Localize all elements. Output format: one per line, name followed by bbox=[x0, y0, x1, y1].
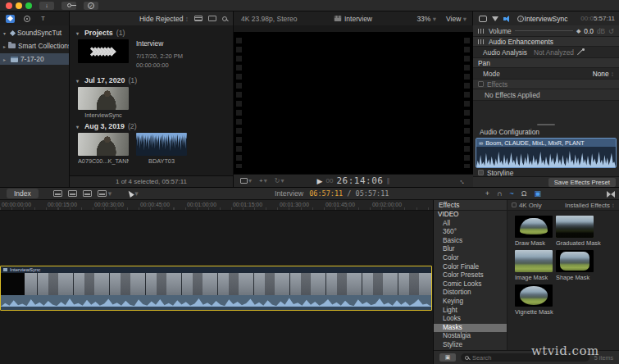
timeline-ruler[interactable]: 00:00:00:00 00:00:15:00 00:00:30:00 00:0… bbox=[0, 200, 433, 211]
4k-only-checkbox[interactable] bbox=[512, 202, 517, 207]
sidebar-item-event[interactable]: ▸ 7-17-20 bbox=[0, 53, 69, 65]
audio-inspector-icon[interactable] bbox=[503, 15, 512, 22]
timeline-clip-selected[interactable]: InterviewSync bbox=[0, 266, 432, 311]
effect-graduated-mask[interactable]: Graduated Mask bbox=[556, 216, 594, 247]
effects-toggle-button[interactable]: ▣ bbox=[439, 353, 456, 362]
clip-thumbnail-tannr[interactable] bbox=[78, 133, 129, 156]
category-light[interactable]: Light bbox=[434, 307, 507, 316]
4k-only-toggle[interactable]: 4K Only bbox=[512, 202, 542, 209]
reset-icon[interactable]: ↺ bbox=[608, 27, 614, 35]
disclosure-icon[interactable]: ▸ bbox=[3, 43, 6, 49]
effect-shape-mask[interactable]: Shape Mask bbox=[556, 250, 594, 281]
effect-image-mask[interactable]: Image Mask bbox=[515, 250, 553, 281]
filter-dropdown[interactable]: Hide Rejected ↕ bbox=[139, 15, 189, 23]
category-color-finale[interactable]: Color Finale bbox=[434, 263, 507, 272]
pan-mode-dropdown[interactable]: None ↕ bbox=[593, 70, 614, 78]
disclosure-icon[interactable]: ▾ bbox=[3, 30, 8, 36]
category-masks[interactable]: Masks bbox=[434, 324, 507, 333]
viewer-view-dropdown[interactable]: View ▾ bbox=[446, 15, 467, 23]
snapping-icon[interactable]: Ω bbox=[521, 189, 527, 198]
solo-headphones-icon[interactable]: ∩ bbox=[497, 189, 502, 198]
magic-wand-icon[interactable] bbox=[577, 48, 585, 56]
transform-tools-button[interactable]: +▾ bbox=[259, 177, 267, 184]
category-distortion[interactable]: Distortion bbox=[434, 289, 507, 298]
append-edit-icon[interactable] bbox=[83, 190, 92, 197]
timeline-area[interactable]: InterviewSync bbox=[0, 211, 433, 364]
sidebar-item-library[interactable]: ▾ SoundSyncTut bbox=[0, 27, 69, 39]
photos-audio-tab[interactable] bbox=[22, 15, 31, 23]
pan-header[interactable]: Pan bbox=[473, 58, 619, 68]
info-inspector-icon[interactable] bbox=[517, 16, 524, 22]
fullscreen-icon[interactable]: ↔ bbox=[457, 175, 468, 186]
video-inspector-icon[interactable] bbox=[479, 16, 487, 22]
aug-section-header[interactable]: ▾ Aug 3, 2019 (2) bbox=[70, 122, 233, 130]
panel-drag-handle[interactable] bbox=[537, 124, 555, 125]
index-button[interactable]: Index bbox=[7, 189, 39, 198]
category-keying[interactable]: Keying bbox=[434, 298, 507, 307]
libraries-tab[interactable] bbox=[6, 15, 15, 23]
timeline-project-name[interactable]: Interview bbox=[275, 189, 303, 198]
audio-component-block[interactable]: ∞ Boom, CLAUDE, MixL, MixR, PLANT bbox=[476, 138, 617, 168]
volume-value[interactable]: 0.0 bbox=[584, 27, 594, 35]
audio-enhancements-header[interactable]: Audio Enhancements bbox=[473, 37, 619, 47]
category-looks[interactable]: Looks bbox=[434, 315, 507, 324]
clip-appearance-icon[interactable] bbox=[208, 16, 216, 21]
disclosure-icon[interactable]: ▸ bbox=[3, 57, 8, 62]
close-window-button[interactable] bbox=[6, 2, 12, 9]
audio-skimming-icon[interactable]: ~ bbox=[509, 189, 513, 198]
category-360[interactable]: 360° bbox=[434, 228, 507, 237]
stepper-icon: ↕ bbox=[185, 15, 189, 23]
installed-effects-dropdown[interactable]: Installed Effects ↕ bbox=[565, 202, 615, 209]
viewer-zoom-dropdown[interactable]: 33% ▾ bbox=[416, 15, 436, 23]
category-blur[interactable]: Blur bbox=[434, 245, 507, 254]
filmstrip-view-icon[interactable] bbox=[194, 16, 203, 21]
transitions-browser-icon[interactable] bbox=[607, 191, 615, 198]
connect-edit-icon[interactable] bbox=[53, 190, 62, 197]
category-color[interactable]: Color bbox=[434, 254, 507, 263]
category-comic-looks[interactable]: Comic Looks bbox=[434, 280, 507, 289]
search-icon[interactable] bbox=[222, 16, 227, 21]
project-name[interactable]: Interview bbox=[136, 39, 183, 48]
save-effects-preset-button[interactable]: Save Effects Preset bbox=[548, 178, 616, 187]
analysis-value: Not Analyzed bbox=[534, 48, 574, 57]
zoom-window-button[interactable] bbox=[25, 2, 32, 9]
timeline-total-time: 05:57:11 bbox=[356, 189, 389, 198]
effects-browser-icon[interactable]: ▣ bbox=[534, 189, 541, 198]
volume-slider[interactable] bbox=[515, 30, 573, 31]
insert-edit-icon[interactable] bbox=[68, 190, 77, 197]
effect-vignette-mask[interactable]: Vignette Mask bbox=[515, 284, 553, 316]
jul-section-header[interactable]: ▾ Jul 17, 2020 (1) bbox=[70, 76, 233, 84]
category-stylize[interactable]: Stylize bbox=[434, 341, 507, 350]
category-basics[interactable]: Basics bbox=[434, 237, 507, 246]
import-media-button[interactable]: ↓ bbox=[39, 2, 54, 10]
category-all[interactable]: All bbox=[434, 220, 507, 229]
category-nostalgia[interactable]: Nostalgia bbox=[434, 332, 507, 341]
color-inspector-icon[interactable] bbox=[492, 16, 498, 21]
clapper-icon bbox=[334, 16, 341, 21]
category-color-presets[interactable]: Color Presets bbox=[434, 271, 507, 280]
clip-thumbnail-interviewsync[interactable] bbox=[78, 87, 129, 110]
precision-editor-icon[interactable]: + bbox=[485, 189, 489, 198]
effect-draw-mask[interactable]: Draw Mask bbox=[515, 216, 553, 247]
tool-selector[interactable]: ▾ bbox=[128, 189, 138, 198]
projects-section-header[interactable]: ▾ Projects (1) bbox=[70, 29, 233, 37]
effects-browser-panel: Effects 4K Only Installed Effects ↕ VIDE… bbox=[433, 200, 619, 364]
overwrite-edit-button[interactable]: ▾ bbox=[98, 189, 112, 198]
audio-component-waveform bbox=[476, 147, 616, 167]
video-frame[interactable] bbox=[234, 32, 473, 174]
keyframe-icon[interactable]: ◆ bbox=[576, 28, 580, 34]
titles-generators-tab[interactable]: T bbox=[39, 15, 48, 23]
clip-thumbnail-bdayt03[interactable] bbox=[136, 133, 187, 156]
keyword-editor-button[interactable] bbox=[61, 2, 76, 10]
storyline-checkbox[interactable] bbox=[478, 170, 484, 175]
audio-analysis-row[interactable]: Audio Analysis Not Analyzed bbox=[473, 47, 619, 58]
retime-button[interactable]: ↻▾ bbox=[275, 177, 284, 184]
sidebar-item-smart-collections[interactable]: ▸ Smart Collections bbox=[0, 40, 69, 52]
background-tasks-button[interactable]: ✓ bbox=[84, 2, 98, 10]
topbar: T Hide Rejected ↕ 4K 23.98p, Stereo Inte… bbox=[0, 11, 619, 25]
play-button[interactable]: ▶ bbox=[317, 177, 323, 185]
effects-checkbox[interactable] bbox=[478, 81, 484, 87]
display-options-button[interactable]: ▾ bbox=[240, 177, 252, 184]
project-thumbnail[interactable] bbox=[78, 39, 129, 63]
minimize-window-button[interactable] bbox=[16, 2, 22, 9]
